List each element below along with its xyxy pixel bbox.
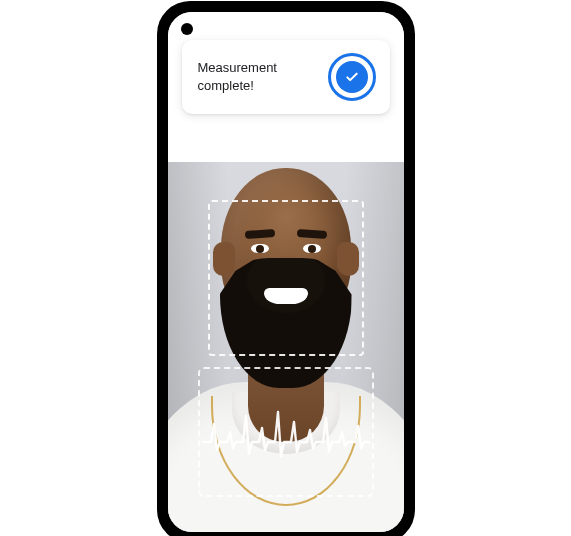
status-line-2: complete! — [198, 77, 318, 95]
pulse-waveform-icon — [201, 402, 371, 462]
status-area: Measurement complete! — [168, 12, 404, 162]
phone-device-frame: Measurement complete! — [158, 2, 414, 536]
respiration-guide-overlay — [198, 367, 374, 497]
check-circle-icon — [336, 61, 368, 93]
face-guide-overlay — [208, 200, 364, 356]
status-line-1: Measurement — [198, 59, 318, 77]
success-badge — [328, 53, 376, 101]
phone-screen: Measurement complete! — [168, 12, 404, 532]
front-camera-punch-hole — [181, 23, 193, 35]
measurement-status-text: Measurement complete! — [198, 59, 318, 94]
measurement-status-card: Measurement complete! — [182, 40, 390, 114]
camera-preview — [168, 162, 404, 532]
